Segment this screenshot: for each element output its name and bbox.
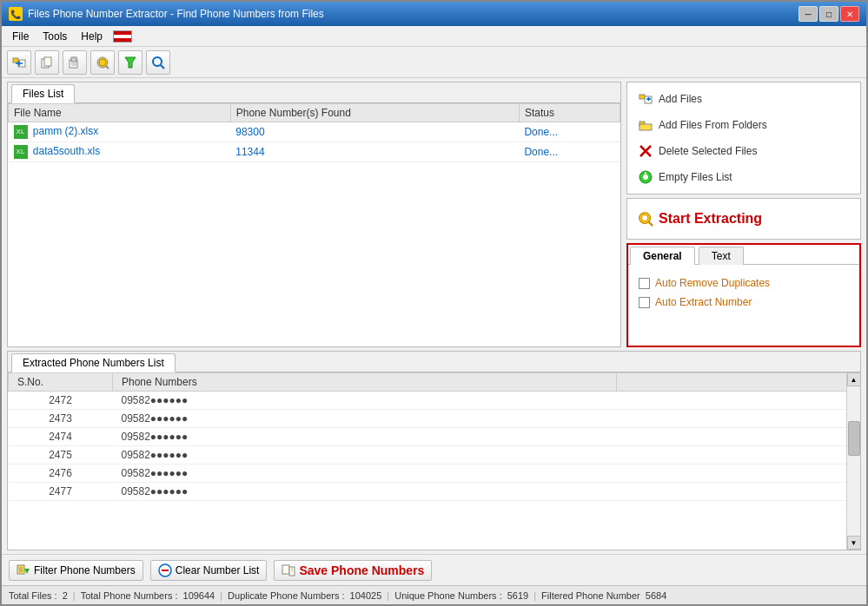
sno-cell: 2474 xyxy=(9,428,113,446)
tab-extracted-numbers[interactable]: Extracted Phone Numbers List xyxy=(11,353,176,372)
close-button[interactable]: ✕ xyxy=(840,6,859,22)
tab-files-list[interactable]: Files List xyxy=(11,84,75,103)
toolbar-add-files[interactable] xyxy=(7,50,31,75)
phone-count-cell: 98300 xyxy=(230,122,519,142)
add-files-icon xyxy=(638,91,653,107)
svg-rect-5 xyxy=(44,57,51,66)
empty-cell xyxy=(617,410,860,428)
empty-icon xyxy=(638,169,653,185)
menu-tools[interactable]: Tools xyxy=(36,29,74,44)
svg-rect-16 xyxy=(639,95,645,99)
phone-cell: 09582●●●●●● xyxy=(113,464,617,483)
menu-file[interactable]: File xyxy=(5,29,36,44)
clear-list-button[interactable]: Clear Number List xyxy=(150,560,268,581)
list-item[interactable]: 2476 09582●●●●●● xyxy=(9,464,860,483)
list-item[interactable]: 2477 09582●●●●●● xyxy=(9,483,860,501)
total-phones-label: Total Phone Numbers : xyxy=(81,590,178,601)
minimize-button[interactable]: ─ xyxy=(798,6,818,22)
sno-cell: 2475 xyxy=(9,446,113,464)
settings-tabs: General Text xyxy=(628,245,859,265)
files-panel: Files List File Name Phone Number(s) Fou… xyxy=(7,82,621,347)
list-item[interactable]: 2472 09582●●●●●● xyxy=(9,392,860,410)
empty-cell xyxy=(617,392,860,410)
maximize-button[interactable]: □ xyxy=(819,6,838,22)
sno-cell: 2477 xyxy=(9,483,113,501)
toolbar-filter[interactable] xyxy=(90,50,115,75)
auto-remove-duplicates-row: Auto Remove Duplicates xyxy=(637,273,851,293)
sno-cell: 2476 xyxy=(9,464,113,483)
tab-text[interactable]: Text xyxy=(699,247,744,265)
file-name-cell: XL pamm (2).xlsx xyxy=(9,122,231,142)
settings-panel: General Text Auto Remove Duplicates Auto… xyxy=(626,243,861,347)
svg-rect-0 xyxy=(13,58,18,63)
flag-icon xyxy=(113,30,132,43)
toolbar-funnel[interactable] xyxy=(118,50,142,75)
duplicate-label: Duplicate Phone Numbers : xyxy=(228,590,345,601)
svg-marker-34 xyxy=(24,569,30,574)
toolbar-copy[interactable] xyxy=(35,50,59,75)
toolbar xyxy=(2,47,866,78)
unique-value: 5619 xyxy=(507,590,528,601)
scroll-down-button[interactable]: ▼ xyxy=(847,536,861,550)
phone-table-container: S.No. Phone Numbers 2472 09582●●●●●● 247… xyxy=(8,372,860,550)
toolbar-search[interactable] xyxy=(146,50,170,75)
col-extra xyxy=(617,373,860,392)
status-cell: Done... xyxy=(519,122,620,142)
scroll-thumb[interactable] xyxy=(848,421,860,456)
filter-numbers-button[interactable]: Filter Phone Numbers xyxy=(9,560,143,581)
list-item[interactable]: 2475 09582●●●●●● xyxy=(9,446,860,464)
svg-point-14 xyxy=(153,57,162,66)
empty-list-button[interactable]: Empty Files List xyxy=(633,166,855,188)
files-table: File Name Phone Number(s) Found Status X… xyxy=(8,103,620,162)
unique-label: Unique Phone Numbers : xyxy=(394,590,502,601)
scrollbar-right[interactable]: ▲ ▼ xyxy=(846,372,860,550)
sno-cell: 2472 xyxy=(9,392,113,410)
main-content: Files List File Name Phone Number(s) Fou… xyxy=(2,78,866,554)
title-bar: 📞 Files Phone Number Extractor - Find Ph… xyxy=(2,2,866,26)
action-buttons: Add Files Add Files From Folders Delete … xyxy=(626,82,861,194)
filtered-label: Filtered Phone Number xyxy=(541,590,640,601)
menu-help[interactable]: Help xyxy=(74,29,109,44)
col-sno: S.No. xyxy=(9,373,113,392)
col-phones-found: Phone Number(s) Found xyxy=(230,104,519,122)
bottom-toolbar: Filter Phone Numbers Clear Number List S… xyxy=(2,554,866,585)
sno-cell: 2473 xyxy=(9,410,113,428)
svg-line-15 xyxy=(161,65,164,69)
svg-line-12 xyxy=(106,66,109,69)
scroll-up-button[interactable]: ▲ xyxy=(847,372,861,386)
col-filename: File Name xyxy=(9,104,231,122)
phone-cell: 09582●●●●●● xyxy=(113,410,617,428)
list-item[interactable]: 2473 09582●●●●●● xyxy=(9,410,860,428)
auto-remove-checkbox[interactable] xyxy=(639,278,650,289)
add-files-folders-button[interactable]: Add Files From Folders xyxy=(633,114,855,136)
toolbar-paste[interactable] xyxy=(63,50,87,75)
table-row[interactable]: XL pamm (2).xlsx 98300 Done... xyxy=(9,122,620,142)
table-row[interactable]: XL data5south.xls 11344 Done... xyxy=(9,142,620,162)
main-window: 📞 Files Phone Number Extractor - Find Ph… xyxy=(0,0,868,606)
delete-files-button[interactable]: Delete Selected Files xyxy=(633,140,855,162)
tab-general[interactable]: General xyxy=(630,247,695,265)
app-icon: 📞 xyxy=(9,7,23,21)
start-extracting-button[interactable]: Start Extracting xyxy=(633,204,855,234)
total-files-value: 2 xyxy=(63,590,68,601)
phone-count-cell: 11344 xyxy=(230,142,519,162)
status-bar: Total Files : 2 | Total Phone Numbers : … xyxy=(2,585,866,604)
upper-area: Files List File Name Phone Number(s) Fou… xyxy=(7,82,861,347)
phone-cell: 09582●●●●●● xyxy=(113,392,617,410)
clear-list-label: Clear Number List xyxy=(176,564,260,576)
svg-rect-37 xyxy=(282,565,289,574)
title-bar-buttons: ─ □ ✕ xyxy=(798,6,859,22)
svg-rect-7 xyxy=(71,57,76,62)
auto-extract-number-row: Auto Extract Number xyxy=(637,293,851,312)
list-item[interactable]: 2474 09582●●●●●● xyxy=(9,428,860,446)
empty-cell xyxy=(617,464,860,483)
lower-tab-header: Extracted Phone Numbers List xyxy=(8,352,860,372)
phone-cell: 09582●●●●●● xyxy=(113,483,617,501)
add-files-button[interactable]: Add Files xyxy=(633,88,855,110)
save-numbers-button[interactable]: Save Phone Numbers xyxy=(274,560,432,581)
total-files-label: Total Files : xyxy=(9,590,57,601)
svg-point-25 xyxy=(643,175,648,180)
auto-extract-checkbox[interactable] xyxy=(639,297,650,308)
phone-table: S.No. Phone Numbers 2472 09582●●●●●● 247… xyxy=(8,372,860,501)
delete-icon xyxy=(638,143,653,159)
